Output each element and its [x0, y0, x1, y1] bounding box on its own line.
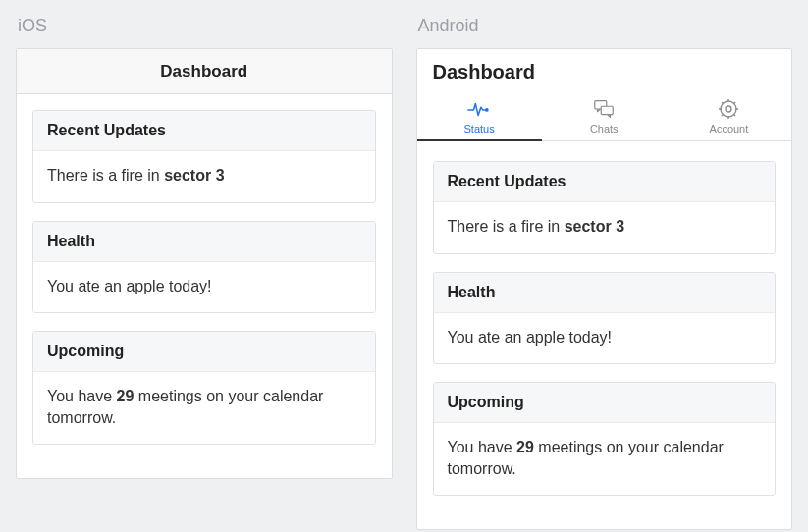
svg-point-4: [726, 106, 731, 112]
tab-account-label: Account: [710, 123, 749, 134]
card-recent-updates: Recent Updates There is a fire in sector…: [32, 110, 376, 203]
ios-page-title: Dashboard: [17, 49, 392, 94]
ios-column: iOS Dashboard Recent Updates There is a …: [16, 16, 393, 530]
card-header-recent: Recent Updates: [33, 111, 375, 151]
tab-status-label: Status: [463, 123, 494, 134]
gear-icon: [717, 97, 740, 121]
card-header-upcoming: Upcoming: [434, 383, 776, 423]
android-column: Android Dashboard Status: [416, 16, 793, 530]
android-content: Recent Updates There is a fire in sector…: [417, 141, 792, 529]
svg-rect-2: [601, 106, 613, 114]
card-recent-updates: Recent Updates There is a fire in sector…: [433, 161, 777, 254]
ios-platform-label: iOS: [16, 16, 393, 36]
ios-content: Recent Updates There is a fire in sector…: [17, 94, 392, 478]
upcoming-text-bold: 29: [117, 388, 135, 404]
recent-text-prefix: There is a fire in: [448, 218, 565, 235]
card-body-upcoming: You have 29 meetings on your calendar to…: [434, 423, 776, 495]
card-body-recent: There is a fire in sector 3: [33, 151, 375, 202]
card-header-recent: Recent Updates: [434, 162, 776, 202]
card-body-health: You ate an apple today!: [434, 313, 776, 364]
recent-text-bold: sector 3: [565, 218, 624, 235]
tab-status[interactable]: Status: [417, 93, 542, 140]
android-device-frame: Dashboard Status: [416, 48, 793, 530]
svg-point-0: [485, 108, 489, 112]
card-body-upcoming: You have 29 meetings on your calendar to…: [33, 372, 375, 444]
recent-text-bold: sector 3: [164, 167, 224, 184]
comparison-container: iOS Dashboard Recent Updates There is a …: [0, 0, 808, 532]
tab-chats-label: Chats: [590, 123, 619, 134]
card-header-health: Health: [33, 222, 375, 262]
upcoming-text-prefix: You have: [448, 439, 517, 455]
card-body-health: You ate an apple today!: [33, 262, 375, 313]
android-platform-label: Android: [416, 16, 793, 36]
card-upcoming: Upcoming You have 29 meetings on your ca…: [32, 331, 376, 445]
card-upcoming: Upcoming You have 29 meetings on your ca…: [433, 382, 777, 496]
card-header-health: Health: [434, 273, 776, 313]
upcoming-text-bold: 29: [516, 439, 534, 455]
card-body-recent: There is a fire in sector 3: [434, 202, 776, 253]
card-health: Health You ate an apple today!: [433, 272, 777, 365]
tab-bar: Status Chats: [417, 93, 792, 141]
card-header-upcoming: Upcoming: [33, 332, 375, 372]
tab-chats[interactable]: Chats: [542, 93, 667, 140]
ios-device-frame: Dashboard Recent Updates There is a fire…: [16, 48, 393, 479]
pulse-icon: [467, 97, 491, 121]
android-page-title: Dashboard: [417, 49, 792, 93]
card-health: Health You ate an apple today!: [32, 221, 376, 314]
chat-bubbles-icon: [592, 97, 616, 121]
tab-account[interactable]: Account: [667, 93, 791, 140]
recent-text-prefix: There is a fire in: [47, 167, 164, 184]
upcoming-text-prefix: You have: [47, 388, 117, 404]
